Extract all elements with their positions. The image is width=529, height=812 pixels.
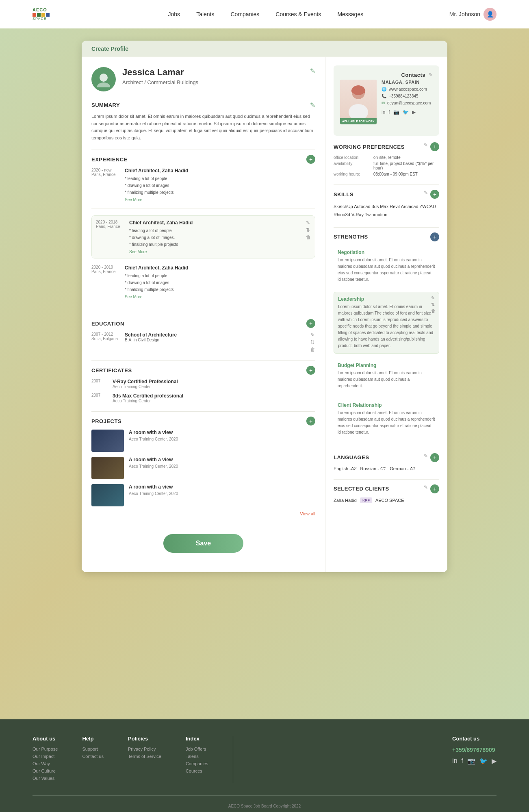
strength-delete-icon[interactable]: 🗑 [431, 308, 436, 313]
edu-delete-icon[interactable]: 🗑 [310, 347, 315, 352]
footer-about-values[interactable]: Our Values [33, 776, 58, 781]
footer-about-way[interactable]: Our Way [33, 761, 58, 766]
strength-text-3: Lorem ipsum dolor sit amet. Et omnis ear… [338, 370, 435, 389]
nav-jobs[interactable]: Jobs [168, 11, 180, 17]
twitter-icon[interactable]: 🐦 [403, 109, 409, 115]
work-pref-value-1: on-site, remote [373, 155, 401, 160]
see-more-1[interactable]: See More [125, 198, 315, 202]
contact-phone: +359884123345 [389, 94, 418, 98]
see-more-3[interactable]: See More [125, 295, 315, 299]
linkedin-icon[interactable]: in [382, 109, 385, 115]
summary-text: Lorem ipsum dolor sit amet. Et omnis ear… [91, 113, 315, 141]
nav-talents[interactable]: Talents [196, 11, 214, 17]
nav-links: Jobs Talents Companies Courses & Events … [82, 11, 449, 17]
footer-about-purpose[interactable]: Our Purpose [33, 747, 58, 751]
footer-index-title: Index [186, 736, 208, 742]
youtube-icon[interactable]: ▶ [412, 109, 416, 115]
instagram-icon[interactable]: 📷 [393, 109, 399, 115]
nav-courses[interactable]: Courses & Events [275, 11, 321, 17]
footer-job-offers[interactable]: Job Offers [186, 747, 208, 751]
languages-title: LANGUAGES [334, 454, 369, 460]
summary-header: SUMMARY ✎ [91, 101, 315, 109]
projects-header: PROJECTS + [91, 417, 315, 426]
footer-linkedin-icon[interactable]: in [452, 757, 457, 765]
add-experience-button[interactable]: + [306, 155, 315, 164]
footer-talens[interactable]: Talens [186, 754, 208, 759]
work-pref-edit-icon[interactable]: ✎ [424, 142, 428, 151]
edu-date: 2007 - 2012 [91, 332, 120, 337]
experience-item-highlighted: 2020 - 2018 Paris, France Chief Architec… [91, 215, 315, 258]
work-pref-label-3: working hours: [334, 172, 370, 176]
footer-cources[interactable]: Cources [186, 769, 208, 773]
footer-about-impact[interactable]: Our Impact [33, 754, 58, 759]
add-skill-button[interactable]: + [430, 190, 439, 199]
footer-privacy[interactable]: Privacy Policy [128, 747, 161, 751]
add-project-button[interactable]: + [306, 417, 315, 426]
footer-facebook-icon[interactable]: f [462, 757, 463, 765]
languages-edit-icon[interactable]: ✎ [424, 453, 428, 462]
add-certificate-button[interactable]: + [306, 366, 315, 375]
footer-about-title: About us [33, 736, 58, 742]
footer-policies: Policies Privacy Policy Terms of Service [128, 736, 161, 783]
nav-companies[interactable]: Companies [230, 11, 259, 17]
exp-edit-icon[interactable]: ✎ [306, 220, 311, 226]
contact-photo: AVAILABLE FOR WORK [340, 80, 377, 124]
work-pref-row-1: office location: on-site, remote [334, 155, 439, 160]
project-org-2: Aeco Training Center, 2020 [129, 464, 178, 469]
nav-messages[interactable]: Messages [337, 11, 363, 17]
see-more-2[interactable]: See More [129, 250, 301, 254]
exp-delete-icon[interactable]: 🗑 [306, 234, 311, 240]
add-strength-button[interactable]: + [430, 232, 439, 241]
contact-email-row: ✉ deyan@aecospace.com [382, 101, 431, 105]
footer-grid: About us Our Purpose Our Impact Our Way … [33, 736, 496, 783]
profile-avatar [91, 67, 116, 91]
edu-actions: ✎ ⇅ 🗑 [310, 332, 315, 352]
strength-title-3: Budget Planning [338, 363, 435, 368]
footer-terms[interactable]: Terms of Service [128, 754, 161, 759]
footer-twitter-icon[interactable]: 🐦 [479, 757, 488, 765]
summary-edit-icon[interactable]: ✎ [310, 101, 315, 109]
project-name-2: A room with a view [129, 457, 178, 462]
add-client-button[interactable]: + [430, 484, 439, 493]
strength-item-3: Budget Planning Lorem ipsum dolor sit am… [334, 358, 439, 393]
project-thumbnail-3 [91, 484, 124, 506]
profile-edit-icon[interactable]: ✎ [310, 67, 315, 75]
footer-youtube-icon[interactable]: ▶ [492, 757, 496, 765]
contacts-edit-icon[interactable]: ✎ [429, 72, 433, 78]
edu-move-icon[interactable]: ⇅ [310, 339, 315, 345]
experience-item-3: 2020 - 2019 Paris, France Chief Architec… [91, 265, 315, 306]
exp-bullets-2: * leading a lot of people * drawing a lo… [129, 227, 301, 248]
footer-instagram-icon[interactable]: 📷 [467, 757, 475, 765]
selected-clients-section: SELECTED CLIENTS ✎ + Zaha Hadid KPF AECO… [334, 484, 439, 503]
skills-edit-icon[interactable]: ✎ [424, 190, 428, 199]
education-section: EDUCATION + 2007 - 2012 Sofia, Bulgaria … [91, 319, 315, 352]
footer: About us Our Purpose Our Impact Our Way … [0, 719, 529, 812]
project-org-3: Aeco Training Center, 2020 [129, 491, 178, 496]
footer-companies[interactable]: Companies [186, 761, 208, 766]
add-education-button[interactable]: + [306, 319, 315, 328]
exp-date-2: 2020 - 2018 [96, 220, 124, 224]
strength-edit-icon[interactable]: ✎ [431, 295, 436, 301]
work-pref-label-1: office location: [334, 155, 370, 160]
edu-edit-icon[interactable]: ✎ [310, 332, 315, 338]
strength-move-icon[interactable]: ⇅ [431, 302, 436, 307]
strength-title-1: Negotiation [338, 250, 435, 255]
clients-edit-icon[interactable]: ✎ [424, 484, 428, 493]
client-aecospace: AECO SPACE [375, 498, 404, 503]
exp-move-icon[interactable]: ⇅ [306, 227, 311, 233]
footer-about-culture[interactable]: Our Culture [33, 769, 58, 773]
footer-help-support[interactable]: Support [82, 747, 104, 751]
view-all-link[interactable]: View all [91, 511, 315, 516]
add-language-button[interactable]: + [430, 453, 439, 462]
strength-title-4: Client Relationship [338, 402, 435, 408]
working-preferences-title: WORKING PREFERENCES [334, 144, 405, 150]
save-button[interactable]: Save [163, 534, 243, 553]
nav-user[interactable]: Mr. Johnson 👤 [449, 8, 496, 21]
experience-item: 2020 - now Paris, France Chief Architect… [91, 168, 315, 209]
client-zahahadid: Zaha Hadid [334, 498, 357, 503]
left-column: Jessica Lamar Architect / Commercial Bui… [82, 57, 325, 572]
add-work-pref-button[interactable]: + [430, 142, 439, 151]
footer-help-contact[interactable]: Contact us [82, 754, 104, 759]
work-pref-row-3: working hours: 08:00am - 09:00pm EST [334, 172, 439, 176]
facebook-icon[interactable]: f [388, 109, 390, 115]
